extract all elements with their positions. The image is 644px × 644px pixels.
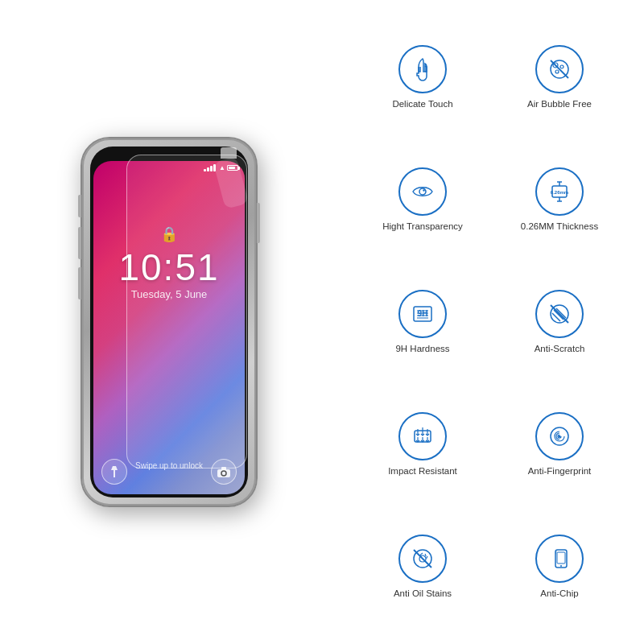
signal-icon bbox=[204, 164, 216, 171]
impact-icon bbox=[398, 412, 447, 460]
svg-text:9H: 9H bbox=[418, 309, 428, 318]
svg-text:0.26mm: 0.26mm bbox=[551, 190, 568, 195]
air-bubble-free-label: Air Bubble Free bbox=[527, 98, 592, 110]
eye-icon bbox=[398, 167, 447, 216]
svg-point-10 bbox=[423, 189, 424, 191]
9h-hardness-label: 9H Hardness bbox=[395, 343, 449, 355]
fingerprint-icon bbox=[535, 412, 584, 460]
power-button bbox=[257, 203, 260, 243]
feature-thickness: 0.26mm 0.26MM Thickness bbox=[491, 159, 628, 241]
chip-icon bbox=[535, 535, 584, 583]
notch bbox=[141, 147, 197, 161]
status-right: ▲ bbox=[204, 164, 238, 171]
svg-rect-3 bbox=[221, 467, 226, 470]
features-panel: Delicate Touch Air Bubble Free Hight Tra… bbox=[338, 0, 644, 644]
feature-anti-chip: Anti-Chip bbox=[491, 526, 628, 608]
svg-point-9 bbox=[419, 188, 426, 195]
status-bar: ▲ bbox=[100, 164, 238, 171]
feature-9h-hardness: 9H 9H Hardness bbox=[354, 282, 491, 363]
phone-inner: ▲ 🔒 10:51 Tuesday, 5 June Swipe up to un… bbox=[90, 147, 248, 497]
thickness-label: 0.26MM Thickness bbox=[521, 221, 598, 233]
anti-fingerprint-label: Anti-Fingerprint bbox=[528, 465, 592, 477]
flashlight-icon bbox=[101, 459, 127, 485]
bubble-icon bbox=[535, 45, 584, 93]
svg-rect-40 bbox=[557, 552, 565, 564]
lock-bottom-icons bbox=[101, 459, 237, 485]
scratch-icon bbox=[535, 290, 584, 338]
camera-icon bbox=[211, 459, 237, 485]
time-display: 10:51 bbox=[93, 246, 245, 289]
svg-marker-0 bbox=[111, 466, 118, 477]
lock-icon: 🔒 bbox=[160, 225, 178, 243]
svg-point-41 bbox=[560, 565, 562, 567]
touch-icon bbox=[398, 45, 447, 93]
feature-air-bubble-free: Air Bubble Free bbox=[491, 37, 628, 118]
feature-anti-scratch: Anti-Scratch bbox=[491, 282, 628, 363]
9h-icon: 9H bbox=[398, 290, 447, 338]
svg-point-7 bbox=[555, 70, 559, 73]
thickness-icon: 0.26mm bbox=[535, 167, 584, 216]
svg-point-36 bbox=[559, 435, 561, 437]
wifi-icon: ▲ bbox=[219, 164, 225, 171]
impact-resistant-label: Impact Resistant bbox=[388, 465, 457, 477]
feature-impact-resistant: Impact Resistant bbox=[354, 404, 491, 485]
phone-screen: ▲ 🔒 10:51 Tuesday, 5 June Swipe up to un… bbox=[93, 161, 245, 494]
battery-icon bbox=[227, 165, 238, 171]
volume-up-button bbox=[78, 227, 81, 259]
feature-high-transparency: Hight Transparency bbox=[354, 159, 491, 241]
date-display: Tuesday, 5 June bbox=[93, 288, 245, 300]
phone-showcase: ▲ 🔒 10:51 Tuesday, 5 June Swipe up to un… bbox=[0, 0, 338, 644]
delicate-touch-label: Delicate Touch bbox=[392, 98, 452, 110]
feature-anti-fingerprint: Anti-Fingerprint bbox=[491, 404, 628, 485]
anti-chip-label: Anti-Chip bbox=[540, 588, 578, 600]
svg-point-6 bbox=[560, 65, 564, 68]
volume-down-button bbox=[78, 267, 81, 299]
feature-anti-oil: Anti Oil Stains bbox=[354, 526, 491, 608]
high-transparency-label: Hight Transparency bbox=[382, 221, 463, 233]
anti-oil-label: Anti Oil Stains bbox=[394, 588, 452, 600]
oil-icon bbox=[398, 535, 447, 583]
anti-scratch-label: Anti-Scratch bbox=[535, 343, 585, 355]
feature-delicate-touch: Delicate Touch bbox=[354, 37, 491, 118]
phone-body: ▲ 🔒 10:51 Tuesday, 5 June Swipe up to un… bbox=[80, 137, 258, 507]
silent-switch bbox=[78, 195, 81, 217]
